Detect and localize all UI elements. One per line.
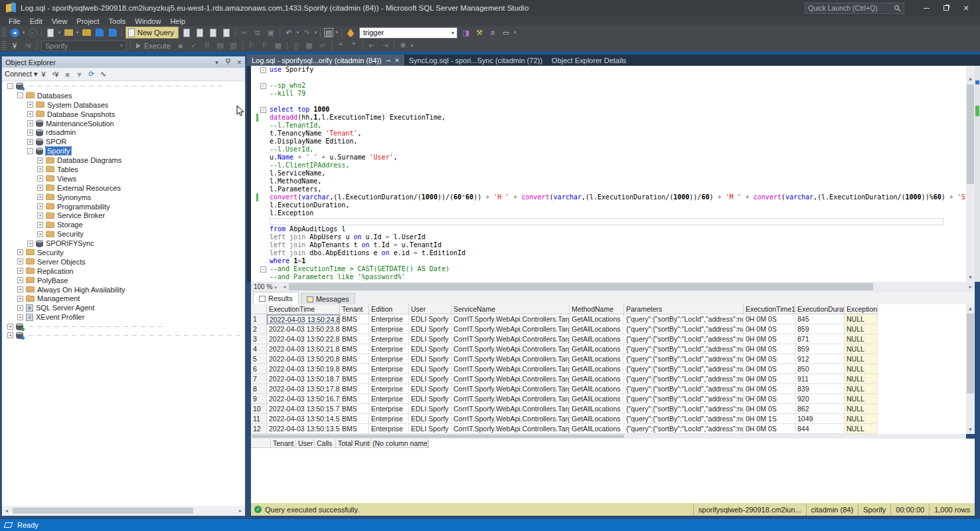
tab-messages[interactable]: Messages [301, 293, 355, 304]
new-project-dropdown[interactable]: ▾ [57, 30, 62, 35]
data-cell[interactable]: CorrIT.Sporfy.WebApi.Controllers.Target.… [451, 414, 570, 424]
column-header-executionduration[interactable]: ExecutionDuration [795, 304, 845, 314]
toolbar-grip[interactable] [2, 41, 6, 51]
debug-icon[interactable]: ✱ [398, 41, 408, 51]
pin-icon[interactable]: ⊸ [386, 57, 391, 64]
data-cell[interactable]: GetAllLocations [570, 414, 624, 424]
results-grid[interactable]: ExecutionTimeTenantEditionUserServiceNam… [251, 304, 966, 434]
column-header-tenant[interactable]: Tenant [271, 439, 296, 448]
corner-header-cell[interactable] [251, 439, 271, 448]
column-header-executiontime[interactable]: ExecutionTime [267, 304, 340, 314]
editor-line-25[interactable]: where 1=1 [251, 257, 966, 265]
data-cell[interactable]: Enterprise [369, 414, 409, 424]
data-cell[interactable]: 0H 0M 0S [744, 404, 795, 414]
expand-icon[interactable]: + [17, 305, 23, 311]
data-cell[interactable]: {"query":{"sortBy":"LocId","address":nul… [624, 314, 744, 324]
scroll-up-icon[interactable]: ▲ [966, 74, 975, 83]
data-cell[interactable]: {"query":{"sortBy":"LocId","address":nul… [624, 424, 744, 434]
editor-line-2[interactable] [251, 74, 966, 82]
connect-object-icon[interactable]: ¥ [38, 70, 50, 78]
editor-line-8[interactable]: --l.TenantId, [251, 122, 966, 130]
menu-window[interactable]: Window [130, 16, 165, 26]
data-cell[interactable]: GetAllLocations [570, 374, 624, 384]
data-cell[interactable]: 2022-04-03 13:50:16.753 [267, 394, 340, 404]
expand-icon[interactable]: + [37, 158, 43, 163]
data-cell[interactable]: CorrIT.Sporfy.WebApi.Controllers.Target.… [451, 334, 570, 344]
data-cell[interactable]: 2022-04-03 13:50:22.847 [267, 334, 340, 344]
data-cell[interactable]: {"query":{"sortBy":"LocId","address":nul… [624, 394, 744, 404]
data-cell[interactable]: 871 [795, 334, 845, 344]
data-cell[interactable]: Enterprise [369, 374, 409, 384]
data-cell[interactable]: 859 [795, 324, 845, 334]
toolbar-grip[interactable] [2, 28, 6, 37]
scroll-left-icon[interactable]: ◂ [2, 508, 11, 514]
data-cell[interactable]: Enterprise [369, 394, 409, 404]
collapse-icon[interactable]: - [27, 148, 33, 154]
data-cell[interactable]: {"query":{"sortBy":"LocId","address":nul… [624, 404, 744, 414]
tree-item-programmability[interactable]: +Programmability [2, 202, 245, 211]
tree-item-security[interactable]: +Security [2, 248, 245, 257]
data-cell[interactable]: GetAllLocations [570, 354, 624, 364]
fold-collapse-icon[interactable]: - [260, 67, 266, 73]
deploy-icon[interactable] [81, 27, 92, 38]
data-cell[interactable]: NULL [845, 374, 878, 384]
connect-dropdown[interactable]: Connect ▾ [5, 70, 38, 78]
stop-icon[interactable]: ■ [62, 70, 74, 78]
data-cell[interactable]: 862 [795, 404, 845, 414]
expand-icon[interactable]: + [37, 194, 43, 200]
editor-line-18[interactable]: l.ExecutionDuration, [251, 201, 966, 209]
editor-line-27[interactable]: --and Parameters like '%password%' [251, 273, 966, 281]
collapse-icon[interactable]: - [17, 92, 23, 98]
tree-item-management[interactable]: +Management [2, 294, 245, 303]
scroll-down-icon[interactable]: ▼ [966, 425, 975, 434]
data-cell[interactable]: BMS [340, 314, 369, 324]
row-number-cell[interactable]: 9 [251, 394, 267, 404]
comment-icon[interactable]: ❝ [335, 41, 346, 51]
data-cell[interactable]: 839 [795, 384, 845, 394]
activity-monitor-icon[interactable]: ∿ [98, 70, 110, 78]
data-cell[interactable]: BMS [340, 354, 369, 364]
editor-line-7[interactable]: dateadd(hh,1,l.ExecutionTime) ExecutionT… [251, 114, 966, 122]
expand-icon[interactable]: + [17, 314, 23, 320]
row-number-cell[interactable]: 6 [251, 364, 267, 374]
data-cell[interactable]: EDLI Sporfy [409, 374, 451, 384]
expand-icon[interactable]: + [27, 241, 33, 247]
row-number-cell[interactable]: 12 [251, 424, 267, 434]
data-cell[interactable]: EDLI Sporfy [409, 354, 451, 364]
data-cell[interactable]: 0H 0M 0S [744, 424, 795, 434]
tree-item-maintenancesolution[interactable]: +MaintenanceSolution [2, 119, 245, 128]
fold-collapse-icon[interactable]: - [260, 107, 266, 113]
tree-item-polybase[interactable]: +PolyBase [2, 276, 245, 285]
editor-line-16[interactable]: l.Parameters, [251, 185, 966, 193]
column-header-exception[interactable]: Exception [845, 304, 878, 314]
expand-icon[interactable]: + [17, 296, 23, 302]
tree-item-views[interactable]: +Views [2, 174, 245, 183]
editor-line-6[interactable]: -select top 1000 [251, 106, 966, 114]
data-cell[interactable]: {"query":{"sortBy":"LocId","address":nul… [624, 364, 744, 374]
expand-icon[interactable]: + [17, 286, 23, 292]
scroll-right-icon[interactable]: ▸ [966, 284, 975, 290]
tools-icon[interactable]: ⚒ [474, 27, 485, 38]
save-button[interactable] [94, 27, 105, 38]
tree-item-database-snapshots[interactable]: +Database Snapshots [2, 110, 245, 119]
row-number-cell[interactable]: 7 [251, 374, 267, 384]
data-cell[interactable]: 912 [795, 354, 845, 364]
data-cell[interactable]: 844 [795, 424, 845, 434]
data-cell[interactable]: 2022-04-03 13:50:24.817 [267, 314, 340, 324]
expand-icon[interactable]: + [37, 166, 43, 172]
expand-icon[interactable]: + [17, 277, 23, 283]
tree-item-tables[interactable]: +Tables [2, 165, 245, 174]
data-cell[interactable]: 0H 0M 0S [744, 384, 795, 394]
data-cell[interactable]: Enterprise [369, 404, 409, 414]
tree-item-sporify[interactable]: -Sporify [2, 146, 245, 156]
data-cell[interactable]: BMS [340, 394, 369, 404]
editor-line-21[interactable]: from AbpAuditLogs l [251, 225, 966, 233]
scroll-left-icon[interactable]: ◂ [280, 284, 289, 290]
close-tab-icon[interactable]: ✕ [394, 57, 400, 64]
editor-line-11[interactable]: --l.UserId, [251, 146, 966, 154]
tree-item-redacted[interactable]: - [2, 82, 245, 91]
cut-icon[interactable]: ✂ [239, 27, 250, 38]
data-cell[interactable]: EDLI Sporfy [409, 334, 451, 344]
collapse-icon[interactable]: - [7, 83, 13, 89]
column-header-edition[interactable]: Edition [369, 304, 409, 314]
